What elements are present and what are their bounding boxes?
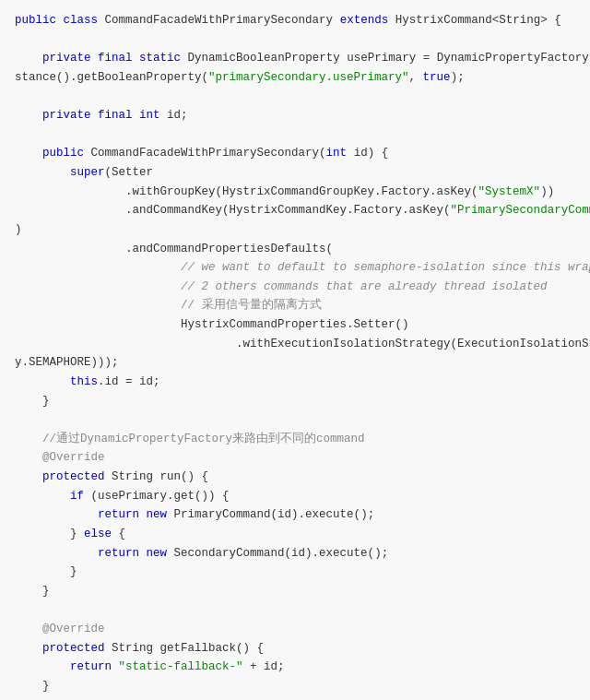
code-container: public class CommandFacadeWithPrimarySec… (0, 0, 590, 700)
code-block: public class CommandFacadeWithPrimarySec… (0, 7, 590, 700)
